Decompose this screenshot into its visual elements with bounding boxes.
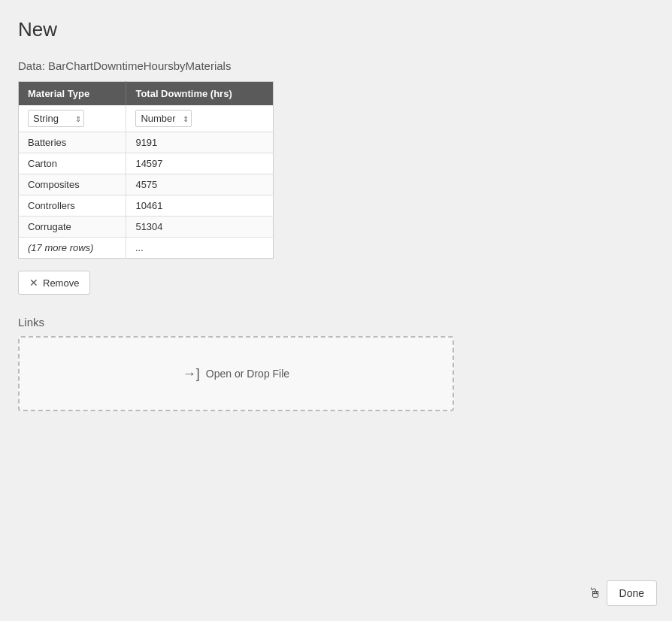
number-select-wrapper[interactable]: Number String Date [135,110,192,127]
x-icon: ✕ [29,277,38,289]
drop-zone[interactable]: →] Open or Drop File [18,336,454,411]
data-table: Material Type Total Downtime (hrs) Strin… [18,81,274,259]
remove-button[interactable]: ✕ Remove [18,271,90,295]
done-btn-container: 🖱 Done [589,580,657,606]
material-cell: Composites [19,174,126,195]
ellipsis-cell: ... [126,238,274,259]
remove-label: Remove [43,277,79,289]
downtime-cell: 14597 [126,153,274,174]
done-label: Done [619,587,644,599]
material-cell: Controllers [19,195,126,217]
material-cell: Batteries [19,132,126,153]
data-label: Data: BarChartDowntimeHoursbyMaterials [18,59,654,72]
col-header-material-type: Material Type [19,82,126,106]
downtime-type-select[interactable]: Number String Date [135,110,192,127]
table-row: Controllers 10461 [19,195,274,217]
material-type-cell: String Number Date [19,105,126,132]
table-row: Corrugate 51304 [19,217,274,238]
drop-zone-content: →] Open or Drop File [183,366,289,382]
material-type-select[interactable]: String Number Date [28,110,84,127]
cursor-icon: 🖱 [589,586,602,601]
table-header-row: Material Type Total Downtime (hrs) [19,82,274,106]
drop-zone-text: Open or Drop File [206,368,289,380]
open-file-icon: →] [183,366,200,382]
string-select-wrapper[interactable]: String Number Date [28,110,84,127]
done-button[interactable]: Done [607,580,657,606]
table-row: Composites 4575 [19,174,274,195]
downtime-cell: 4575 [126,174,274,195]
page-container: New Data: BarChartDowntimeHoursbyMateria… [0,0,672,429]
material-cell: Corrugate [19,217,126,238]
type-selector-row: String Number Date Number String Date [19,105,274,132]
more-rows-cell: (17 more rows) [19,238,126,259]
downtime-cell: 9191 [126,132,274,153]
material-cell: Carton [19,153,126,174]
downtime-cell: 51304 [126,217,274,238]
downtime-cell: 10461 [126,195,274,217]
downtime-type-cell: Number String Date [126,105,274,132]
table-row-more: (17 more rows) ... [19,238,274,259]
col-header-downtime: Total Downtime (hrs) [126,82,274,106]
table-row: Carton 14597 [19,153,274,174]
links-label: Links [18,316,654,329]
table-row: Batteries 9191 [19,132,274,153]
page-title: New [18,18,654,41]
